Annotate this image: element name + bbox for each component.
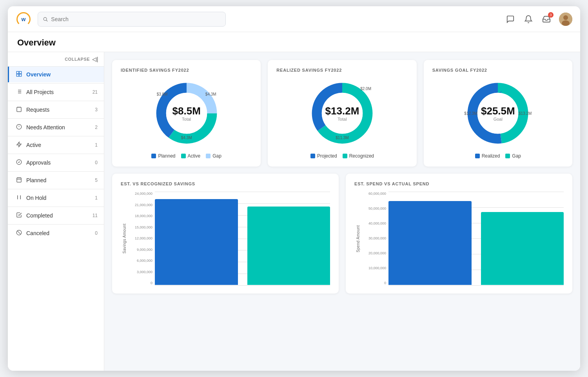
spend-bar-2 [481,212,564,285]
sidebar-item-canceled[interactable]: Canceled 0 [8,225,104,241]
all-projects-label: All Projects [26,89,89,95]
inbox-icon[interactable]: 3 [541,14,552,25]
spend-bars-wrap [388,192,564,286]
page-title-bar: Overview [8,32,580,52]
identified-label-1: $3.8M [157,92,168,96]
svg-rect-6 [19,71,22,74]
active-count: 1 [95,142,98,148]
spend-bar-1 [388,201,472,285]
identified-savings-chart: $8.5M Total $3.8M $4.3M $4.3M [151,78,222,149]
sidebar-item-approvals[interactable]: Approvals 0 [8,155,104,170]
planned-icon [15,177,22,184]
search-input[interactable] [51,16,221,22]
legend-dot-projected [310,154,315,158]
savings-goal-amount: $25.5M [481,105,515,117]
est-vs-actual-card: EST. SPEND VS ACTUAL SPEND Spend Amount … [346,174,572,294]
inbox-badge: 3 [548,12,554,18]
app-frame: w [8,6,580,371]
spend-y-40: 40,000,000 [360,221,386,225]
sidebar-divider-8 [8,207,104,207]
savings-chart-inner: 0 3,000,000 6,000,000 9,000,000 12,000,0… [127,192,330,286]
sidebar-item-planned[interactable]: Planned 5 [8,172,104,188]
est-vs-actual-title: EST. SPEND VS ACTUAL SPEND [354,181,564,186]
identified-label-2: $4.3M [205,92,216,96]
realized-savings-label-center: Total [325,116,359,121]
sidebar-item-all-projects[interactable]: All Projects 21 [8,84,104,100]
on-hold-icon [15,194,22,201]
bell-icon[interactable] [523,14,534,25]
all-projects-count: 21 [93,89,98,95]
donut-charts-row: IDENTIFIED SAVINGS FY2022 [112,60,572,167]
sidebar-item-active[interactable]: Active 1 [8,137,104,153]
spend-y-label: Spend Amount [354,192,360,286]
savings-bars-wrap [155,192,330,286]
svg-rect-23 [16,178,21,182]
topbar: w [8,6,580,32]
sidebar-divider-6 [8,171,104,172]
sidebar-item-on-hold[interactable]: On Hold 1 [8,190,104,206]
requests-label: Requests [26,107,91,113]
search-icon [43,16,48,22]
savings-y-axis: 0 3,000,000 6,000,000 9,000,000 12,000,0… [127,192,155,286]
spend-y-20: 20,000,000 [360,251,386,255]
goal-label-2: $13.2M [519,111,532,116]
sidebar-item-needs-attention[interactable]: Needs Attention 2 [8,120,104,135]
svg-rect-15 [16,107,21,112]
savings-y-label: Savings Amount [121,192,127,286]
sidebar: COLLAPSE ◁| Overview [8,52,104,371]
legend-planned: Planned [151,153,175,159]
legend-dot-planned [151,154,156,158]
planned-count: 5 [95,178,98,183]
legend-label-gap-2: Gap [512,153,521,159]
content-area: IDENTIFIED SAVINGS FY2022 [104,52,580,371]
realized-savings-card: REALIZED SAVINGS FY2022 $13.2M [268,60,416,167]
y-label-9m: 9,000,000 [127,248,152,252]
collapse-label: COLLAPSE [65,57,90,62]
logo-letter: w [22,16,26,22]
collapse-button[interactable]: COLLAPSE ◁| [8,52,104,67]
logo-arc: w [16,12,31,26]
sidebar-item-requests[interactable]: Requests 3 [8,102,104,118]
active-icon [15,141,22,149]
svg-line-30 [17,231,21,234]
identified-label-3: $4.3M [181,136,192,140]
svg-marker-21 [16,142,21,147]
sidebar-item-overview[interactable]: Overview [8,67,104,82]
needs-attention-icon [15,124,22,131]
all-projects-icon [15,89,22,96]
legend-dot-active [181,154,186,158]
y-label-18m: 18,000,000 [127,214,152,218]
on-hold-label: On Hold [26,195,91,201]
approvals-icon [15,159,22,166]
search-bar[interactable] [38,12,226,27]
sidebar-divider-9 [8,224,104,225]
y-label-6m: 6,000,000 [127,259,152,263]
spend-y-10: 10,000,000 [360,266,386,270]
legend-label-gap: Gap [212,153,221,159]
identified-savings-center: $8.5M Total [172,105,201,121]
legend-gap: Gap [206,153,221,159]
est-vs-recognized-area: Savings Amount 0 3,000,000 6,000,000 9,0… [121,192,330,286]
svg-rect-7 [16,74,19,76]
y-label-21m: 21,000,000 [127,203,152,207]
spend-y-0: 0 [360,281,386,285]
sidebar-item-completed[interactable]: Completed 11 [8,208,104,223]
savings-bar-1 [155,199,238,285]
canceled-icon [15,230,22,237]
avatar[interactable] [559,13,572,26]
realized-savings-chart: $13.2M Total $2.0M $11.3M [307,78,377,149]
requests-count: 3 [95,107,98,112]
svg-rect-5 [16,71,19,74]
message-icon[interactable] [505,14,516,25]
legend-recognized: Recognized [343,153,374,159]
approvals-count: 0 [95,160,98,165]
legend-gap-2: Gap [505,153,521,159]
sidebar-divider-2 [8,101,104,101]
legend-label-active: Active [188,153,201,159]
sidebar-divider-4 [8,136,104,136]
legend-dot-gap [206,154,211,158]
page-title: Overview [17,38,571,48]
logo: w [16,11,31,27]
planned-label: Planned [26,177,91,183]
legend-dot-realized [475,154,480,158]
